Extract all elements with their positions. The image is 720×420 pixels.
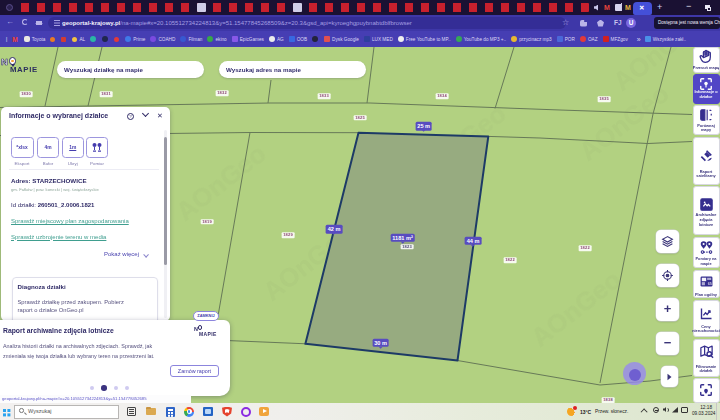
svg-text:65: 65 xyxy=(707,281,711,285)
svg-text:AOnGeo: AOnGeo xyxy=(525,264,627,353)
svg-text:AOnGeo: AOnGeo xyxy=(170,138,272,227)
